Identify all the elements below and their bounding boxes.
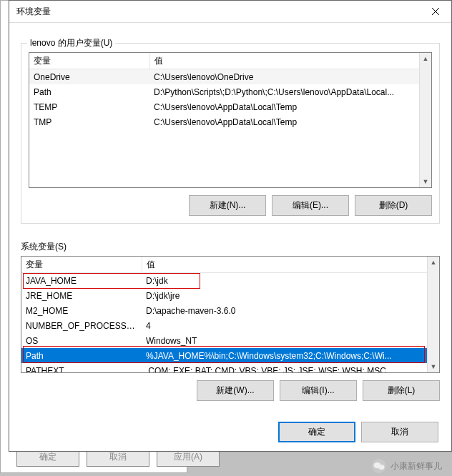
environment-variables-dialog: 环境变量 lenovo 的用户变量(U) 变量 值 OneDrive C (9, 0, 452, 452)
col-val[interactable]: 值 (142, 257, 428, 272)
sys-delete-button[interactable]: 删除(L) (363, 380, 440, 401)
table-row[interactable]: JAVA_HOME D:\jdk (21, 273, 428, 288)
wechat-icon (372, 459, 386, 473)
scroll-up-icon[interactable]: ▲ (428, 257, 439, 268)
col-var[interactable]: 变量 (21, 257, 142, 272)
svg-point-3 (374, 462, 381, 468)
table-row[interactable]: PATHEXT .COM;.EXE;.BAT;.CMD;.VBS;.VBE;.J… (21, 363, 428, 373)
table-row[interactable]: NUMBER_OF_PROCESSORS 4 (21, 318, 428, 333)
close-button[interactable] (420, 1, 451, 22)
cancel-button[interactable]: 取消 (361, 422, 438, 442)
table-row[interactable]: TMP C:\Users\lenovo\AppData\Local\Temp (29, 114, 420, 129)
user-new-button[interactable]: 新建(N)... (189, 195, 266, 216)
user-list-header: 变量 值 (29, 53, 420, 69)
titlebar: 环境变量 (9, 1, 451, 23)
sys-new-button[interactable]: 新建(W)... (197, 380, 274, 401)
user-vars-label: lenovo 的用户变量(U) (27, 37, 115, 49)
scroll-down-icon[interactable]: ▼ (428, 361, 439, 372)
user-edit-button[interactable]: 编辑(E)... (272, 195, 349, 216)
table-row[interactable]: OS Windows_NT (21, 333, 428, 348)
scrollbar[interactable]: ▲ ▼ (427, 257, 439, 372)
user-vars-group: lenovo 的用户变量(U) 变量 值 OneDrive C:\Users\l… (21, 43, 440, 224)
user-delete-button[interactable]: 删除(D) (355, 195, 432, 216)
ok-button[interactable]: 确定 (278, 422, 355, 442)
scroll-down-icon[interactable]: ▼ (420, 176, 431, 187)
user-vars-list[interactable]: 变量 值 OneDrive C:\Users\lenovo\OneDrive P… (29, 52, 432, 188)
table-row[interactable]: OneDrive C:\Users\lenovo\OneDrive (29, 69, 420, 84)
table-row[interactable]: M2_HOME D:\apache-maven-3.6.0 (21, 303, 428, 318)
sys-edit-button[interactable]: 编辑(I)... (280, 380, 357, 401)
table-row-selected[interactable]: Path %JAVA_HOME%\bin;C:\Windows\system32… (21, 348, 428, 363)
col-val[interactable]: 值 (150, 53, 420, 69)
sys-list-header: 变量 值 (21, 257, 428, 273)
svg-point-2 (372, 459, 386, 473)
table-row[interactable]: TEMP C:\Users\lenovo\AppData\Local\Temp (29, 99, 420, 114)
close-icon (432, 8, 439, 15)
scrollbar[interactable]: ▲ ▼ (419, 53, 431, 187)
svg-point-4 (378, 465, 384, 470)
window-title: 环境变量 (16, 6, 51, 18)
col-var[interactable]: 变量 (29, 53, 150, 69)
table-row[interactable]: JRE_HOME D:\jdk\jre (21, 288, 428, 303)
scroll-up-icon[interactable]: ▲ (420, 53, 431, 64)
watermark: 小康新鲜事儿 (372, 459, 442, 473)
table-row[interactable]: Path D:\Python\Scripts\;D:\Python\;C:\Us… (29, 84, 420, 99)
sys-vars-label: 系统变量(S) (21, 241, 440, 253)
sys-vars-list[interactable]: 变量 值 JAVA_HOME D:\jdk JRE_HOME D:\jdk\jr… (21, 256, 440, 373)
